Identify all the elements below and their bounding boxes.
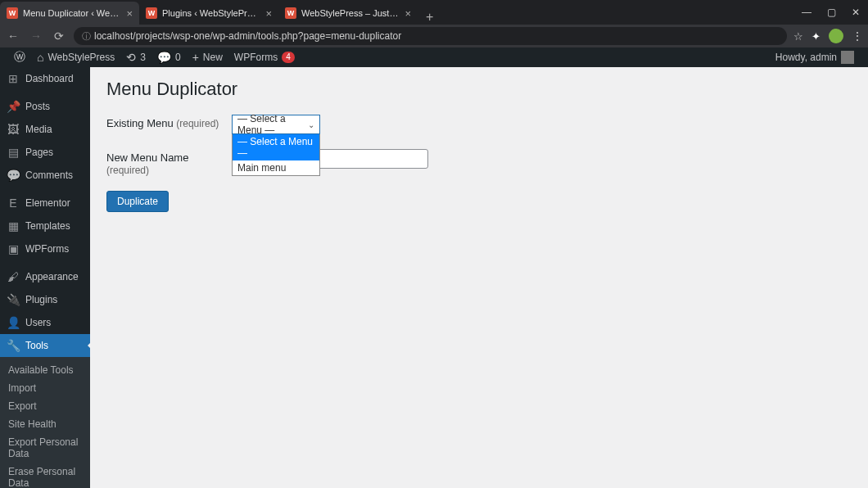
new-label: New: [203, 52, 223, 63]
browser-tab-3[interactable]: W WebStylePress – Just another W… ×: [278, 2, 418, 25]
sidebar-item-templates[interactable]: ▦Templates: [0, 215, 90, 237]
new-menu-row: New Menu Name (required): [106, 149, 852, 176]
extensions-icon[interactable]: ✦: [811, 30, 821, 43]
favicon-icon: W: [7, 7, 18, 19]
sidebar-item-appearance[interactable]: 🖌Appearance: [0, 265, 90, 288]
media-icon: 🖼: [7, 123, 20, 136]
dashboard-icon: ⊞: [7, 72, 20, 85]
minimize-button[interactable]: —: [794, 0, 819, 25]
chevron-down-icon: ⌄: [308, 120, 314, 129]
submenu-site-health[interactable]: Site Health: [0, 415, 90, 433]
comments-link[interactable]: 💬0: [151, 51, 187, 64]
tab-title: WebStylePress – Just another W…: [301, 8, 400, 18]
sidebar-item-tools[interactable]: 🔧Tools: [0, 334, 90, 357]
sidebar-item-pages[interactable]: ▤Pages: [0, 141, 90, 164]
close-icon[interactable]: ×: [265, 7, 272, 20]
sidebar-item-dashboard[interactable]: ⊞Dashboard: [0, 67, 90, 90]
existing-menu-select[interactable]: — Select a Menu — ⌄: [232, 115, 320, 134]
option-placeholder[interactable]: — Select a Menu —: [233, 134, 319, 160]
submenu-import[interactable]: Import: [0, 379, 90, 397]
wp-admin-bar: ⓦ ⌂WebStylePress ⟲3 💬0 +New WPForms4 How…: [0, 47, 868, 67]
wpforms-link[interactable]: WPForms4: [228, 52, 301, 63]
wp-logo[interactable]: ⓦ: [8, 50, 31, 65]
user-icon: 👤: [7, 316, 20, 329]
close-icon[interactable]: ×: [405, 7, 411, 20]
sidebar-item-elementor[interactable]: EElementor: [0, 192, 90, 215]
sidebar-item-media[interactable]: 🖼Media: [0, 118, 90, 141]
howdy-text: Howdy, admin: [775, 52, 837, 63]
browser-tab-1[interactable]: W Menu Duplicator ‹ WebStylePres… ×: [0, 2, 139, 25]
site-link[interactable]: ⌂WebStylePress: [31, 51, 120, 64]
tab-title: Menu Duplicator ‹ WebStylePres…: [23, 8, 121, 18]
page-icon: ▤: [7, 146, 20, 159]
favicon-icon: W: [285, 7, 296, 19]
bookmark-icon[interactable]: ☆: [793, 30, 803, 43]
pin-icon: 📌: [7, 100, 20, 113]
sidebar-item-wpforms[interactable]: ▣WPForms: [0, 237, 90, 260]
wpforms-badge: 4: [282, 52, 295, 63]
elementor-icon: E: [7, 197, 20, 210]
main-content: Menu Duplicator Existing Menu (required)…: [90, 67, 868, 488]
admin-sidebar: ⊞Dashboard 📌Posts 🖼Media ▤Pages 💬Comment…: [0, 67, 90, 488]
close-button[interactable]: ✕: [843, 0, 868, 25]
submenu-available-tools[interactable]: Available Tools: [0, 361, 90, 379]
submenu-erase-personal[interactable]: Erase Personal Data: [0, 463, 90, 488]
browser-tab-strip: W Menu Duplicator ‹ WebStylePres… × W Pl…: [0, 0, 868, 25]
close-icon[interactable]: ×: [126, 7, 133, 20]
favicon-icon: W: [146, 7, 157, 19]
window-controls: — ▢ ✕: [794, 0, 868, 25]
address-bar: ← → ⟳ ⓘ localhost/projects/wsp-one/wp-ad…: [0, 25, 868, 47]
select-dropdown: — Select a Menu — Main menu: [232, 134, 320, 176]
template-icon: ▦: [7, 219, 20, 233]
site-name: WebStylePress: [47, 52, 115, 63]
comments-count: 0: [175, 52, 181, 63]
duplicate-button[interactable]: Duplicate: [106, 191, 169, 212]
submenu-export-personal[interactable]: Export Personal Data: [0, 433, 90, 463]
wpforms-label: WPForms: [234, 52, 278, 63]
comment-icon: 💬: [157, 51, 171, 64]
wrench-icon: 🔧: [7, 339, 20, 352]
updates-link[interactable]: ⟲3: [120, 51, 151, 64]
new-content-link[interactable]: +New: [187, 51, 228, 64]
site-info-icon: ⓘ: [82, 30, 91, 43]
sidebar-item-plugins[interactable]: 🔌Plugins: [0, 288, 90, 311]
wpforms-icon: ▣: [7, 242, 20, 255]
existing-menu-row: Existing Menu (required) — Select a Menu…: [106, 115, 852, 134]
brush-icon: 🖌: [7, 270, 20, 283]
home-icon: ⌂: [37, 51, 43, 64]
maximize-button[interactable]: ▢: [819, 0, 843, 25]
sidebar-item-users[interactable]: 👤Users: [0, 311, 90, 334]
tools-submenu: Available Tools Import Export Site Healt…: [0, 357, 90, 488]
sidebar-item-comments[interactable]: 💬Comments: [0, 164, 90, 187]
reload-button[interactable]: ⟳: [51, 29, 67, 43]
url-text: localhost/projects/wsp-one/wp-admin/tool…: [94, 30, 401, 42]
refresh-icon: ⟲: [126, 51, 136, 64]
forward-button[interactable]: →: [28, 29, 44, 43]
browser-tab-2[interactable]: W Plugins ‹ WebStylePress — Word… ×: [139, 2, 278, 25]
page-title: Menu Duplicator: [106, 79, 852, 100]
browser-menu-icon[interactable]: ⋮: [852, 29, 863, 43]
plus-icon: +: [192, 51, 199, 64]
tab-title: Plugins ‹ WebStylePress — Word…: [162, 8, 260, 18]
profile-avatar[interactable]: [829, 29, 843, 43]
new-tab-button[interactable]: +: [418, 10, 441, 25]
account-link[interactable]: Howdy, admin: [770, 51, 860, 64]
new-menu-label: New Menu Name (required): [106, 149, 232, 176]
existing-menu-label: Existing Menu (required): [106, 115, 232, 129]
wordpress-icon: ⓦ: [14, 50, 25, 65]
option-main-menu[interactable]: Main menu: [233, 160, 319, 175]
url-input[interactable]: ⓘ localhost/projects/wsp-one/wp-admin/to…: [74, 27, 787, 45]
sidebar-item-posts[interactable]: 📌Posts: [0, 95, 90, 118]
comment-icon: 💬: [7, 169, 20, 182]
plugin-icon: 🔌: [7, 293, 20, 306]
back-button[interactable]: ←: [5, 29, 21, 43]
submenu-export[interactable]: Export: [0, 397, 90, 415]
select-value: — Select a Menu —: [237, 113, 308, 136]
updates-count: 3: [140, 52, 146, 63]
avatar-icon: [841, 51, 854, 64]
